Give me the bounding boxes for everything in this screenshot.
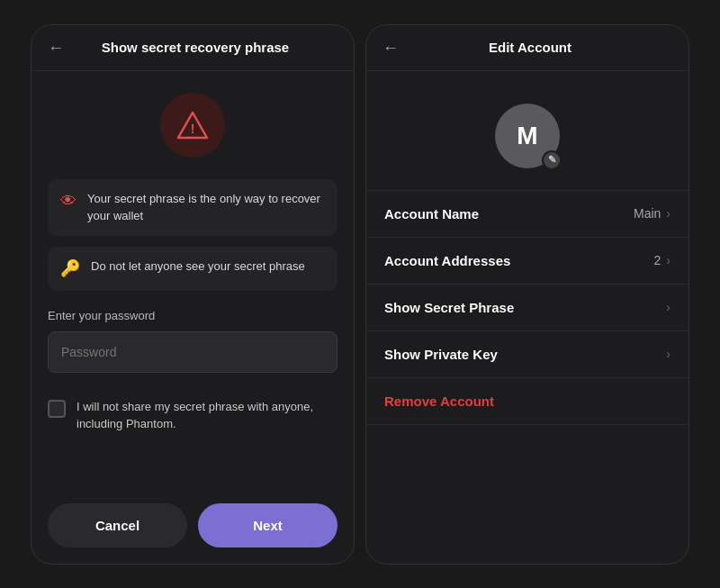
right-panel: ← Edit Account M ✎ Account Name Main › (365, 24, 689, 565)
checkbox-label: I will not share my secret phrase with a… (76, 398, 338, 433)
chevron-icon-3: › (666, 347, 670, 361)
account-addresses-item[interactable]: Account Addresses 2 › (366, 237, 688, 284)
left-panel-title: Show secret recovery phrase (75, 40, 316, 55)
agreement-checkbox[interactable] (48, 400, 66, 418)
triangle-warning-icon: ! (176, 111, 209, 140)
next-button[interactable]: Next (198, 503, 338, 547)
pencil-icon: ✎ (548, 154, 556, 166)
edit-avatar-button[interactable]: ✎ (542, 150, 562, 170)
account-name-value-group: Main › (634, 206, 670, 221)
left-back-button[interactable]: ← (48, 40, 64, 56)
right-content: M ✎ Account Name Main › Account Addresse… (366, 71, 688, 564)
account-addresses-count: 2 (654, 253, 662, 267)
left-panel: ← Show secret recovery phrase ! 👁 Y (31, 24, 355, 565)
info-item-2: 🔑 Do not let anyone see your secret phra… (48, 247, 338, 291)
button-row: Cancel Next (48, 493, 338, 547)
account-name-value: Main (634, 206, 661, 221)
account-addresses-label: Account Addresses (384, 253, 510, 268)
svg-text:!: ! (191, 122, 195, 136)
password-input[interactable] (48, 331, 338, 373)
show-private-key-right: › (666, 347, 670, 361)
right-back-button[interactable]: ← (382, 40, 399, 56)
left-header: ← Show secret recovery phrase (32, 25, 354, 71)
right-panel-title: Edit Account (410, 40, 651, 55)
chevron-icon-1: › (666, 253, 670, 267)
warning-circle-icon: ! (160, 93, 225, 158)
warning-icon-wrap: ! (48, 93, 338, 158)
show-secret-phrase-right: › (666, 300, 670, 314)
avatar-letter: M (517, 122, 537, 150)
show-secret-phrase-label: Show Secret Phrase (384, 300, 514, 315)
left-content: ! 👁 Your secret phrase is the only way t… (32, 71, 354, 564)
password-section: Enter your password (48, 309, 338, 373)
info-text-2: Do not let anyone see your secret phrase (91, 258, 305, 276)
info-text-1: Your secret phrase is the only way to re… (87, 190, 325, 225)
chevron-icon-0: › (666, 206, 670, 221)
show-private-key-item[interactable]: Show Private Key › (366, 330, 688, 377)
cancel-button[interactable]: Cancel (48, 503, 187, 547)
chevron-icon-2: › (666, 300, 670, 314)
avatar-section: M ✎ (366, 89, 688, 190)
menu-list: Account Name Main › Account Addresses 2 … (366, 190, 688, 564)
eye-icon: 👁 (60, 190, 76, 213)
password-label: Enter your password (48, 309, 338, 322)
show-private-key-label: Show Private Key (384, 347, 498, 362)
account-addresses-value-group: 2 › (654, 253, 670, 267)
avatar: M ✎ (495, 104, 560, 168)
account-name-item[interactable]: Account Name Main › (366, 190, 688, 237)
right-header: ← Edit Account (366, 25, 688, 71)
key-icon: 🔑 (60, 258, 80, 280)
remove-account-item[interactable]: Remove Account (366, 377, 688, 425)
account-name-label: Account Name (384, 206, 479, 222)
checkbox-row: I will not share my secret phrase with a… (48, 398, 338, 433)
info-item-1: 👁 Your secret phrase is the only way to … (48, 179, 338, 236)
remove-account-label: Remove Account (384, 394, 494, 409)
show-secret-phrase-item[interactable]: Show Secret Phrase › (366, 284, 688, 330)
info-list: 👁 Your secret phrase is the only way to … (48, 179, 338, 291)
